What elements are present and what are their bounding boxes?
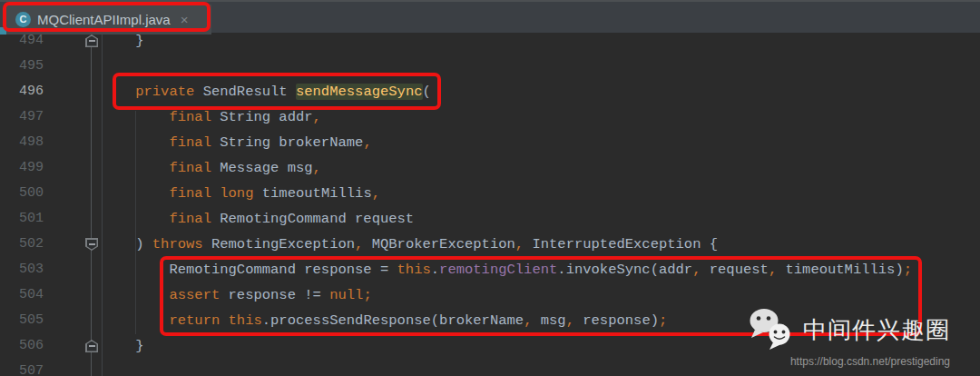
- annotation-box-signature: [113, 73, 441, 110]
- watermark-url: https://blog.csdn.net/prestigeding: [749, 354, 950, 369]
- wechat-icon: [749, 308, 796, 351]
- line-number: 502: [0, 232, 44, 257]
- line-number: 505: [0, 308, 44, 333]
- line-number: 499: [0, 155, 44, 181]
- line-number: 501: [0, 206, 44, 232]
- code-line: }: [102, 333, 144, 359]
- ide-window: 4944954964974984995005015025035045055065…: [0, 0, 980, 376]
- watermark-title: 中间件兴趣圈: [803, 316, 950, 343]
- code-line: ) throws RemotingException, MQBrokerExce…: [102, 232, 718, 257]
- fold-guide-line: [91, 47, 92, 376]
- code-line: final String brokerName,: [102, 130, 372, 155]
- line-number: 495: [0, 54, 44, 79]
- line-number: 503: [0, 257, 44, 282]
- annotation-box-tab: [3, 2, 211, 32]
- fold-end-icon[interactable]: [85, 340, 98, 352]
- line-number: 497: [0, 104, 44, 130]
- fold-end-icon[interactable]: [85, 35, 98, 47]
- code-line: final RemotingCommand request: [102, 206, 414, 232]
- line-number: 496: [0, 79, 44, 104]
- line-number: 498: [0, 130, 44, 155]
- line-number: 506: [0, 333, 44, 359]
- code-line: final Message msg,: [102, 155, 321, 181]
- code-line: final long timeoutMillis,: [102, 181, 380, 206]
- line-number: 500: [0, 181, 44, 206]
- line-number: 504: [0, 282, 44, 308]
- line-number: 507: [0, 359, 44, 376]
- watermark: 中间件兴趣圈 https://blog.csdn.net/prestigedin…: [749, 308, 950, 369]
- fold-start-icon[interactable]: [85, 238, 98, 251]
